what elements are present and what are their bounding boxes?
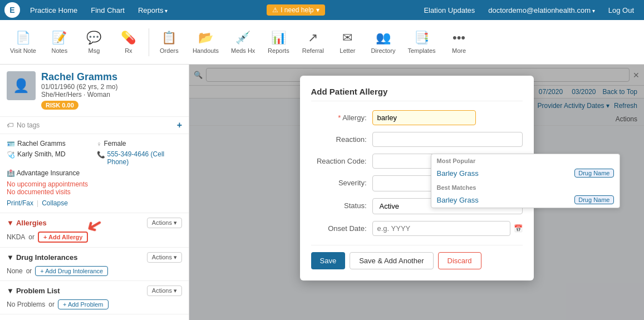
no-visits[interactable]: No documented visits: [7, 188, 182, 196]
patient-info: Rachel Gramms 01/01/1960 (62 yrs, 2 mo) …: [41, 71, 182, 110]
toolbar-msg[interactable]: 💬 Msg: [77, 27, 111, 57]
toolbar-visit-note[interactable]: 📄 Visit Note: [4, 27, 42, 57]
add-allergy-modal: Add Patient Allergy * Allergy: Most Popu…: [300, 76, 534, 280]
triangle-icon-2: ▼: [7, 253, 14, 262]
drug-row: None or + Add Drug Intolerance: [7, 266, 182, 276]
sidebar: 👤 Rachel Gramms 01/01/1960 (62 yrs, 2 mo…: [0, 65, 189, 320]
reports-icon: 📊: [271, 31, 286, 45]
profile-collapse-link[interactable]: Collapse: [42, 199, 68, 207]
patient-pronouns: She/Her/Hers · Woman: [41, 91, 182, 99]
onset-label: Onset Date:: [311, 221, 367, 233]
severity-label: Severity:: [311, 175, 367, 187]
status-label: Status:: [311, 198, 367, 210]
problem-row: No Problems or + Add Problem: [7, 299, 182, 309]
phone-icon: 📞: [97, 151, 105, 159]
drug-actions-button[interactable]: Actions ▾: [147, 252, 182, 263]
onset-date-input[interactable]: [372, 221, 510, 236]
nav-elation-updates[interactable]: Elation Updates: [418, 4, 480, 17]
logo[interactable]: E: [4, 2, 20, 18]
toolbar-directory[interactable]: 👥 Directory: [365, 27, 401, 57]
nav-help[interactable]: ⚠ I need help ▾: [267, 4, 325, 16]
toolbar-notes[interactable]: 📝 Notes: [43, 27, 76, 57]
nkda-label: NKDA: [7, 233, 25, 241]
toolbar-meds-hx[interactable]: 💉 Meds Hx: [225, 27, 260, 57]
warning-icon: ⚠: [272, 6, 278, 14]
save-add-another-button[interactable]: Save & Add Another: [350, 252, 433, 269]
sex-icon: ♀: [97, 140, 102, 148]
notes-icon: 📝: [52, 31, 67, 45]
help-arrow-icon: ▾: [316, 6, 319, 14]
triangle-icon-3: ▼: [7, 287, 14, 295]
patient-header: 👤 Rachel Gramms 01/01/1960 (62 yrs, 2 mo…: [0, 65, 189, 117]
toolbar-more[interactable]: ••• More: [443, 27, 476, 57]
risk-badge: RISK 0.00: [41, 101, 78, 110]
templates-icon: 📑: [414, 31, 429, 45]
directory-icon: 👥: [376, 31, 391, 45]
referral-icon: ↗: [308, 31, 318, 45]
calendar-icon[interactable]: 📅: [514, 224, 523, 233]
main-layout: 👤 Rachel Gramms 01/01/1960 (62 yrs, 2 mo…: [0, 65, 644, 320]
allergy-label: * Allergy:: [311, 110, 367, 122]
problem-list-title: ▼ Problem List: [7, 287, 60, 295]
save-button[interactable]: Save: [311, 252, 346, 269]
reaction-code-label: Reaction Code:: [311, 154, 367, 165]
drug-intolerances-section: ▼ Drug Intolerances Actions ▾ None or + …: [0, 248, 189, 281]
toolbar-rx[interactable]: 💊 Rx: [112, 27, 145, 57]
rx-icon: 💊: [121, 31, 136, 45]
allergy-input[interactable]: [372, 110, 476, 125]
autocomplete-item-1-name: Barley Grass: [437, 169, 479, 178]
patient-card-icon: 🪪: [7, 140, 15, 148]
autocomplete-item-1-badge: Drug Name: [574, 169, 613, 178]
discard-button[interactable]: Discard: [438, 252, 481, 269]
drug-none-label: None: [7, 267, 23, 275]
top-navigation: E Practice Home Find Chart Reports ⚠ I n…: [0, 0, 644, 20]
tags-placeholder: No tags: [17, 121, 40, 129]
reaction-label: Reaction:: [311, 132, 367, 144]
autocomplete-item-2[interactable]: Barley Grass Drug Name: [431, 192, 620, 208]
problem-list-section: ▼ Problem List Actions ▾ No Problems or …: [0, 281, 189, 314]
patient-full-name: Rachel Gramms: [17, 140, 66, 147]
most-popular-header: Most Popular: [431, 154, 620, 165]
add-tag-button[interactable]: +: [177, 120, 182, 130]
allergies-actions-button[interactable]: Actions ▾: [147, 218, 182, 228]
reaction-input[interactable]: [372, 132, 523, 147]
toolbar-handouts[interactable]: 📂 Handouts: [187, 27, 224, 57]
no-appointments[interactable]: No upcoming appointments: [7, 180, 182, 188]
no-problems-label: No Problems: [7, 301, 45, 308]
patient-avatar: 👤: [7, 71, 36, 100]
toolbar-reports[interactable]: 📊 Reports: [262, 27, 295, 57]
nav-logout[interactable]: Log Out: [603, 4, 640, 17]
patient-details: 🪪 Rachel Gramms ♀ Female 🩺 Karly Smith, …: [0, 134, 189, 213]
patient-phone[interactable]: 555-349-4646 (Cell Phone): [107, 150, 183, 166]
more-icon: •••: [453, 31, 465, 45]
avatar-icon: 👤: [13, 78, 30, 93]
letter-icon: ✉: [342, 31, 352, 45]
best-matches-header: Best Matches: [431, 181, 620, 192]
add-allergy-button[interactable]: + Add Allergy: [38, 232, 88, 243]
nav-practice-home[interactable]: Practice Home: [24, 4, 83, 17]
visit-note-icon: 📄: [16, 31, 31, 45]
allergies-title: ▼ Allergies: [7, 219, 47, 227]
toolbar-templates[interactable]: 📑 Templates: [402, 27, 441, 57]
drug-intolerances-title: ▼ Drug Intolerances: [7, 253, 77, 262]
allergy-field: * Allergy: Most Popular Barley Grass Dru…: [311, 110, 523, 125]
content-area: 🔍 ✕ Today 10/2021 05/2021 12/2020 07/202…: [189, 65, 644, 320]
onset-date-field: Onset Date: 📅: [311, 221, 523, 236]
toolbar-orders[interactable]: 📋 Orders: [153, 27, 186, 57]
insurance-icon: 🏥: [7, 169, 15, 177]
nav-user-email[interactable]: doctordemo@elationhealth.com: [483, 4, 601, 17]
nav-reports[interactable]: Reports: [132, 4, 173, 17]
autocomplete-item-1[interactable]: Barley Grass Drug Name: [431, 165, 620, 181]
profile-print-link[interactable]: Print/Fax: [7, 199, 33, 207]
toolbar: 📄 Visit Note 📝 Notes 💬 Msg 💊 Rx 📋 Orders…: [0, 20, 644, 65]
nav-find-chart[interactable]: Find Chart: [85, 4, 130, 17]
add-problem-button[interactable]: + Add Problem: [58, 299, 108, 309]
modal-overlay: Add Patient Allergy * Allergy: Most Popu…: [189, 65, 644, 320]
toolbar-referral[interactable]: ↗ Referral: [296, 27, 330, 57]
toolbar-letter[interactable]: ✉ Letter: [331, 27, 364, 57]
autocomplete-dropdown: Most Popular Barley Grass Drug Name Best…: [431, 154, 620, 208]
add-drug-button[interactable]: + Add Drug Intolerance: [35, 266, 108, 276]
problem-actions-button[interactable]: Actions ▾: [147, 285, 182, 296]
patient-name: Rachel Gramms: [41, 71, 182, 83]
tag-icon: 🏷: [7, 121, 13, 129]
